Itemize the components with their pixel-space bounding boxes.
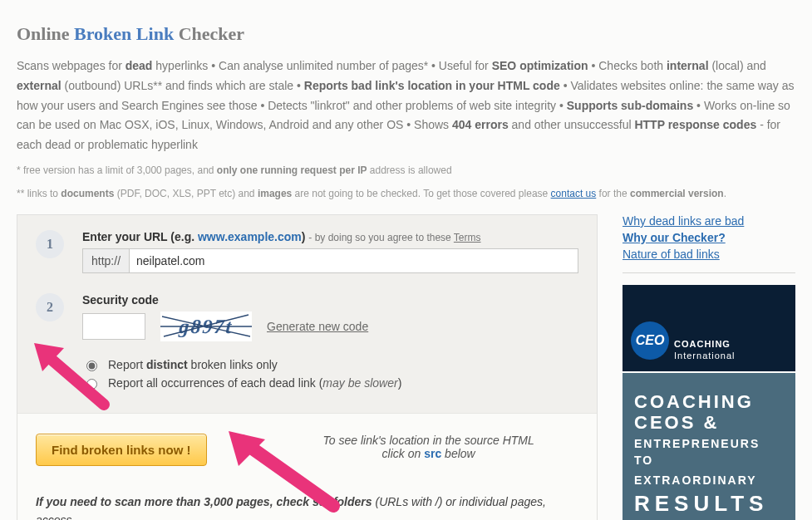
url-scheme: http:// xyxy=(82,248,129,273)
option-distinct[interactable]: Report distinct broken links only xyxy=(82,358,578,371)
intro-text: Scans webpages for dead hyperlinks • Can… xyxy=(17,56,795,155)
captcha-label: Security code xyxy=(82,293,578,307)
ad-banner-1[interactable]: CEO COACHINGInternational xyxy=(623,285,795,371)
hint-text: To see link's location in the source HTM… xyxy=(323,434,534,460)
option-all-radio[interactable] xyxy=(86,379,97,390)
commercial-note: If you need to scan more than 3,000 page… xyxy=(17,474,597,520)
step-2-badge: 2 xyxy=(36,293,64,321)
link-nature[interactable]: Nature of bad links xyxy=(623,248,795,261)
find-links-button[interactable]: Find broken links now ! xyxy=(36,434,207,466)
footnote-2: ** links to documents (PDF, DOC, XLS, PP… xyxy=(17,185,795,202)
footnote-1: * free version has a limit of 3,000 page… xyxy=(17,162,795,179)
ad-banner-2[interactable]: COACHING CEOS & ENTREPRENEURS TO EXTRAOR… xyxy=(623,373,795,520)
captcha-image: g897t xyxy=(160,312,252,341)
step-1-badge: 1 xyxy=(36,230,64,258)
url-label: Enter your URL (e.g. www.example.com) - … xyxy=(82,230,578,243)
link-why-checker[interactable]: Why our Checker? xyxy=(623,231,795,244)
url-input[interactable] xyxy=(129,248,578,273)
captcha-input[interactable] xyxy=(82,313,145,340)
option-distinct-radio[interactable] xyxy=(86,361,97,371)
link-why-dead[interactable]: Why dead links are bad xyxy=(623,214,795,228)
contact-link-top[interactable]: contact us xyxy=(551,188,597,199)
page-title: Online Broken Link Checker xyxy=(17,23,795,45)
sidebar-links: Why dead links are bad Why our Checker? … xyxy=(623,214,795,261)
terms-link[interactable]: Terms xyxy=(454,232,481,243)
option-all[interactable]: Report all occurrences of each dead link… xyxy=(82,376,578,390)
generate-code-link[interactable]: Generate new code xyxy=(267,320,368,333)
ceo-badge-icon: CEO xyxy=(631,321,669,360)
